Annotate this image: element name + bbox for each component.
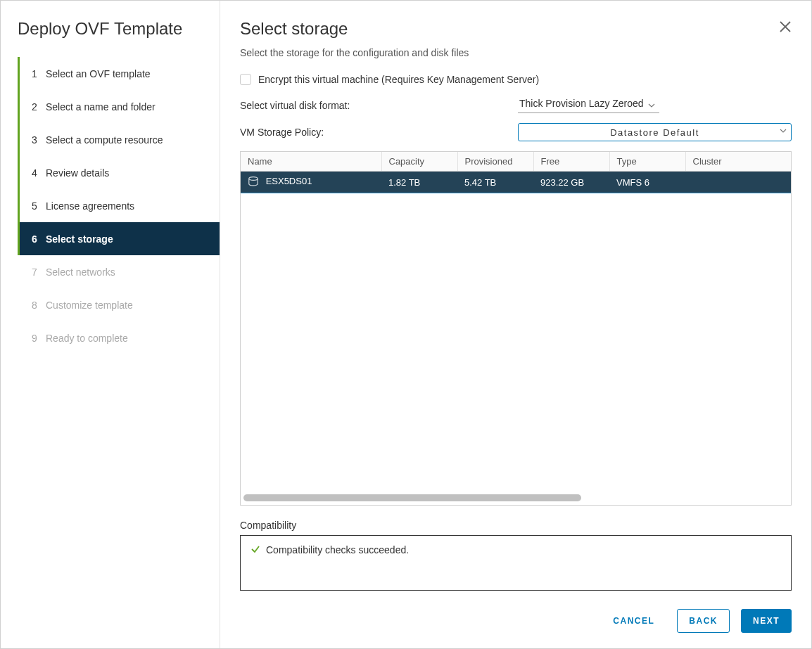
wizard-sidebar: Deploy OVF Template 1Select an OVF templ… [1, 1, 220, 648]
step-select-networks: 7Select networks [18, 255, 220, 288]
datastore-table: Name Capacity Provisioned Free Type Clus… [240, 151, 792, 506]
col-type[interactable]: Type [609, 152, 685, 172]
chevron-down-icon [780, 126, 787, 136]
datastore-name: ESX5DS01 [266, 176, 312, 186]
page-title: Select storage [240, 19, 792, 39]
encrypt-checkbox[interactable] [240, 74, 251, 85]
svg-point-0 [249, 177, 258, 181]
compatibility-label: Compatibility [240, 520, 792, 531]
cancel-button[interactable]: CANCEL [602, 610, 666, 632]
next-button[interactable]: NEXT [741, 609, 792, 633]
datastore-free: 923.22 GB [533, 172, 609, 193]
col-capacity[interactable]: Capacity [381, 152, 457, 172]
col-cluster[interactable]: Cluster [685, 152, 791, 172]
datastore-cluster [685, 172, 791, 193]
horizontal-scrollbar[interactable] [243, 494, 788, 502]
step-ready-to-complete: 9Ready to complete [18, 321, 220, 354]
scrollbar-thumb[interactable] [243, 494, 581, 501]
compatibility-box: Compatibility checks succeeded. [240, 535, 792, 591]
datastore-provisioned: 5.42 TB [457, 172, 533, 193]
datastore-row[interactable]: ESX5DS01 1.82 TB 5.42 TB 923.22 GB VMFS … [241, 172, 791, 193]
disk-format-select[interactable]: Thick Provision Lazy Zeroed [518, 98, 659, 113]
col-provisioned[interactable]: Provisioned [457, 152, 533, 172]
step-select-name-folder[interactable]: 2Select a name and folder [18, 90, 220, 123]
step-select-compute-resource[interactable]: 3Select a compute resource [18, 123, 220, 156]
vm-policy-select[interactable]: Datastore Default [518, 123, 792, 141]
wizard-title: Deploy OVF Template [1, 19, 220, 57]
page-subtitle: Select the storage for the configuration… [240, 47, 792, 58]
check-icon [250, 544, 260, 556]
encrypt-label: Encrypt this virtual machine (Requires K… [258, 74, 539, 85]
datastore-icon [248, 176, 259, 188]
step-customize-template: 8Customize template [18, 288, 220, 321]
wizard-steps: 1Select an OVF template 2Select a name a… [1, 57, 220, 354]
step-select-ovf-template[interactable]: 1Select an OVF template [18, 57, 220, 90]
vm-policy-row: VM Storage Policy: Datastore Default [240, 123, 792, 141]
wizard-main: Select storage Select the storage for th… [220, 1, 811, 648]
vm-policy-label: VM Storage Policy: [240, 127, 518, 138]
close-icon[interactable] [779, 20, 792, 35]
wizard-footer: CANCEL BACK NEXT [240, 609, 792, 633]
step-review-details[interactable]: 4Review details [18, 156, 220, 189]
disk-format-row: Select virtual disk format: Thick Provis… [240, 98, 792, 113]
step-license-agreements[interactable]: 5License agreements [18, 189, 220, 222]
compatibility-message: Compatibility checks succeeded. [266, 544, 409, 555]
col-free[interactable]: Free [533, 152, 609, 172]
col-name[interactable]: Name [241, 152, 381, 172]
step-select-storage[interactable]: 6Select storage [18, 222, 220, 255]
back-button[interactable]: BACK [677, 609, 730, 633]
chevron-down-icon [648, 100, 655, 111]
encrypt-row: Encrypt this virtual machine (Requires K… [240, 74, 792, 85]
disk-format-label: Select virtual disk format: [240, 100, 518, 111]
datastore-type: VMFS 6 [609, 172, 685, 193]
datastore-capacity: 1.82 TB [381, 172, 457, 193]
